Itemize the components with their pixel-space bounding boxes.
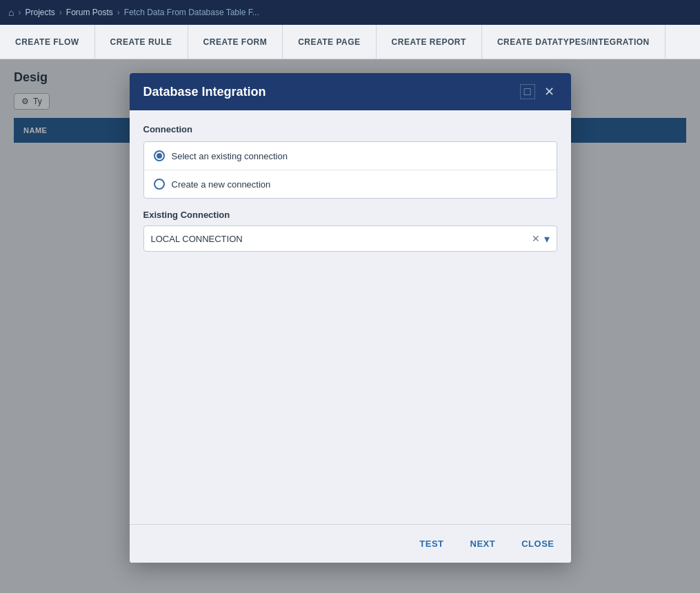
modal-close-button[interactable]: ✕ — [542, 84, 557, 99]
close-button[interactable]: CLOSE — [519, 534, 557, 553]
chevron-3: › — [117, 8, 120, 17]
modal-body: Connection Select an existing connection… — [130, 110, 571, 524]
breadcrumb-forum-posts[interactable]: Forum Posts — [66, 8, 113, 17]
top-nav: ⌂ › Projects › Forum Posts › Fetch Data … — [0, 0, 700, 25]
radio-new-connection[interactable]: Create a new connection — [144, 170, 557, 198]
breadcrumb-projects[interactable]: Projects — [25, 8, 54, 17]
breadcrumb-current: Fetch Data From Database Table F... — [124, 8, 259, 17]
modal-header: Database Integration □ ✕ — [130, 73, 571, 110]
connection-radio-group: Select an existing connection Create a n… — [143, 141, 557, 199]
modal-footer: TEST NEXT CLOSE — [130, 524, 571, 563]
menu-bar: CREATE FLOW CREATE RULE CREATE FORM CREA… — [0, 25, 700, 59]
test-button[interactable]: TEST — [417, 534, 446, 553]
chevron-2: › — [59, 8, 62, 17]
modal-overlay: Database Integration □ ✕ Connection Sele… — [0, 59, 700, 593]
select-dropdown-icon[interactable]: ▾ — [544, 232, 550, 245]
menu-create-datatypes[interactable]: CREATE DATATYPES/INTEGRATION — [482, 25, 666, 59]
select-clear-icon[interactable]: ✕ — [532, 233, 540, 244]
menu-create-rule[interactable]: CREATE RULE — [95, 25, 188, 59]
connection-label: Connection — [143, 124, 557, 134]
radio-existing-indicator — [154, 150, 165, 161]
radio-new-indicator — [154, 179, 165, 190]
existing-connection-value: LOCAL CONNECTION — [151, 234, 532, 244]
radio-existing-label: Select an existing connection — [172, 151, 288, 161]
next-button[interactable]: NEXT — [468, 534, 499, 553]
modal-maximize-button[interactable]: □ — [520, 84, 535, 99]
modal-spacer — [143, 252, 557, 510]
database-integration-modal: Database Integration □ ✕ Connection Sele… — [130, 73, 571, 563]
menu-create-page[interactable]: CREATE PAGE — [283, 25, 376, 59]
chevron-1: › — [18, 8, 21, 17]
radio-existing-connection[interactable]: Select an existing connection — [144, 142, 557, 170]
radio-new-label: Create a new connection — [172, 179, 271, 190]
menu-create-flow[interactable]: CREATE FLOW — [0, 25, 95, 59]
existing-connection-select[interactable]: LOCAL CONNECTION ✕ ▾ — [143, 225, 557, 252]
menu-create-report[interactable]: CREATE REPORT — [377, 25, 482, 59]
existing-connection-field-label: Existing Connection — [143, 210, 557, 220]
home-icon[interactable]: ⌂ — [8, 7, 14, 18]
modal-header-icons: □ ✕ — [520, 84, 557, 99]
modal-title: Database Integration — [143, 85, 266, 99]
menu-create-form[interactable]: CREATE FORM — [188, 25, 283, 59]
